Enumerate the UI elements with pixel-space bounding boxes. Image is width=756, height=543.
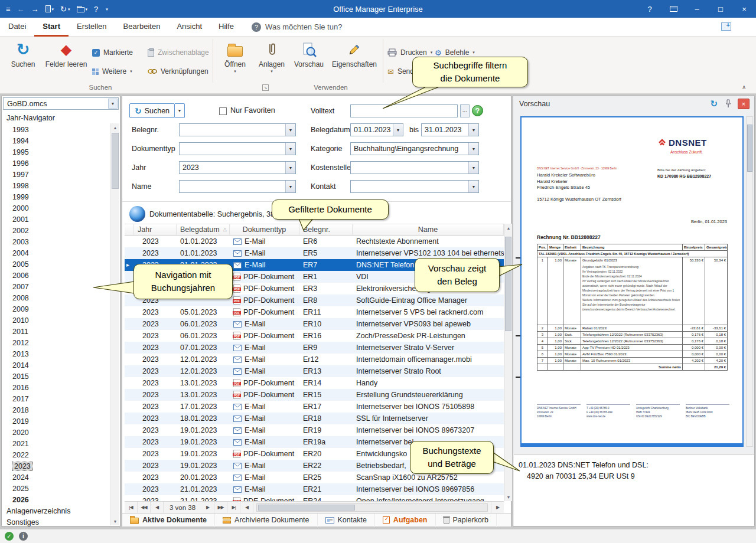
refresh-icon[interactable]: ↻▾: [60, 5, 70, 13]
preview-scrollbar[interactable]: [746, 116, 753, 447]
document-page[interactable]: DNSNET Anschluss Zukunft. DNS:NET Intern…: [520, 116, 744, 447]
scrollbar-thumb[interactable]: [747, 125, 752, 172]
new-document-icon[interactable]: ▾: [45, 5, 54, 12]
kostenstelle-combobox[interactable]: ▼: [350, 161, 479, 174]
nur-favoriten-checkbox[interactable]: [219, 107, 227, 115]
table-row[interactable]: 202321.01.2023PDF-DokumentER24Open Infra…: [125, 495, 504, 501]
year-item-2020[interactable]: 2020: [2, 427, 111, 439]
status-info-icon[interactable]: i: [19, 532, 28, 541]
year-item-2014[interactable]: 2014: [2, 360, 111, 371]
dokumenttyp-combobox[interactable]: ▼: [179, 142, 296, 155]
open-folder-icon[interactable]: ▾: [77, 6, 88, 12]
table-row[interactable]: 202301.01.2023E-MailER5Internetserver VP…: [125, 247, 504, 259]
form-suchen-button[interactable]: ↻ Suchen: [129, 103, 175, 118]
ribbon-eigenschaften-button[interactable]: Eigenschaften: [330, 39, 379, 80]
scroll-up-icon[interactable]: ▲: [504, 224, 513, 232]
table-row[interactable]: 202319.01.2023E-MailER19Internetserver b…: [125, 424, 504, 436]
year-item-1996[interactable]: 1996: [2, 158, 111, 169]
column-header-indicator[interactable]: [125, 224, 134, 235]
tab-archivierte-dokumente[interactable]: Archivierte Dokumente: [215, 513, 317, 527]
table-row[interactable]: 202301.01.2023E-MailER6Rechtstexte Abonn…: [125, 235, 504, 247]
year-item-2009[interactable]: 2009: [2, 304, 111, 315]
chevron-down-icon[interactable]: ▼: [393, 124, 403, 136]
ribbon-verknuepfungen-button[interactable]: Verknüpfungen: [148, 66, 208, 77]
table-row[interactable]: 202313.01.2023PDF-DokumentER14Handy: [125, 377, 504, 389]
sidebar-scrollbar[interactable]: ▲ ▼: [110, 123, 119, 525]
menu-tab-ansicht[interactable]: Ansicht: [168, 18, 210, 37]
kategorie-combobox[interactable]: Buchhaltung\Eingangsrechnung▼: [350, 142, 479, 155]
volltext-more-button[interactable]: ...: [460, 104, 470, 117]
table-row[interactable]: 202305.01.2023PDF-DokumentER11Internetse…: [125, 306, 504, 318]
remote-support-icon[interactable]: [721, 22, 731, 31]
column-header-belegdatum[interactable]: Belegdatum△: [177, 224, 230, 235]
year-item-2024[interactable]: 2024: [2, 472, 111, 483]
fulltext-help-icon[interactable]: ?: [472, 105, 483, 116]
form-suchen-dropdown[interactable]: ▼: [175, 103, 185, 118]
scrollbar-thumb[interactable]: [258, 505, 355, 511]
collapse-ribbon-icon[interactable]: ∧: [742, 84, 746, 90]
table-hscrollbar[interactable]: [256, 503, 488, 512]
year-item-2012[interactable]: 2012: [2, 338, 111, 349]
name-combobox[interactable]: ▼: [179, 180, 296, 193]
kontakt-combobox[interactable]: ▼: [350, 180, 479, 193]
pager-last-button[interactable]: ▶|: [227, 502, 240, 513]
scroll-down-icon[interactable]: ▼: [504, 493, 513, 501]
year-item-2023[interactable]: 2023: [2, 461, 111, 472]
scroll-down-icon[interactable]: ▼: [111, 517, 119, 525]
belegdatum-von-combobox[interactable]: 01.01.2023▼: [350, 123, 403, 136]
sidebar-item-sonstiges[interactable]: Sonstiges: [2, 517, 111, 528]
table-row[interactable]: 202318.01.2023E-MailER18SSL für Internet…: [125, 413, 504, 424]
menu-tab-start[interactable]: Start: [34, 18, 69, 37]
menu-icon[interactable]: ≡: [6, 5, 11, 13]
chevron-down-icon[interactable]: ▼: [468, 162, 478, 174]
ribbon-markierte-button[interactable]: ✓ Markierte: [92, 47, 133, 58]
year-item-2013[interactable]: 2013: [2, 349, 111, 360]
year-item-2022[interactable]: 2022: [2, 450, 111, 461]
year-item-2004[interactable]: 2004: [2, 248, 111, 259]
scrollbar-thumb[interactable]: [112, 133, 119, 189]
scrollbar-thumb[interactable]: [505, 237, 511, 331]
ribbon-felder-leeren-button[interactable]: ◆ Felder leeren: [43, 39, 90, 80]
year-item-1998[interactable]: 1998: [2, 181, 111, 192]
year-item-2002[interactable]: 2002: [2, 225, 111, 237]
scroll-up-icon[interactable]: ▲: [111, 123, 119, 132]
table-row[interactable]: 202317.01.2023E-MailER17Internetserver b…: [125, 401, 504, 413]
chevron-down-icon[interactable]: ▼: [285, 181, 295, 192]
pager-first-button[interactable]: |◀: [125, 502, 138, 513]
menu-tab-hilfe[interactable]: Hilfe: [210, 18, 242, 37]
column-header-dokumenttyp[interactable]: Dokumenttyp: [230, 224, 299, 235]
forward-icon[interactable]: →: [31, 5, 39, 13]
chevron-down-icon[interactable]: ▼: [468, 181, 478, 192]
preview-close-button[interactable]: ×: [738, 99, 750, 109]
ribbon-anlagen-button[interactable]: Anlagen ▾: [256, 39, 287, 80]
ribbon-suchen-button[interactable]: ↻ Suchen: [6, 39, 40, 80]
sidebar-item-anlagenverzeichnis[interactable]: Anlagenverzeichnis: [2, 506, 111, 517]
tab-kontakte[interactable]: Kontakte: [318, 513, 375, 527]
jahr-combobox[interactable]: 2023▼: [179, 161, 296, 174]
tab-papierkorb[interactable]: Papierkorb: [436, 513, 497, 527]
year-item-2019[interactable]: 2019: [2, 416, 111, 427]
belegdatum-bis-combobox[interactable]: 31.01.2023▼: [421, 123, 479, 136]
profile-combobox[interactable]: GoBD.omcs ▼: [3, 97, 119, 110]
chevron-down-icon[interactable]: ▼: [108, 99, 118, 109]
pager-prev-button[interactable]: ◀: [151, 502, 164, 513]
pager-next-button[interactable]: ▶: [201, 502, 214, 513]
minimize-button[interactable]: –: [685, 0, 709, 18]
year-item-1994[interactable]: 1994: [2, 136, 111, 147]
menu-tab-datei[interactable]: Datei: [0, 18, 34, 37]
year-item-2005[interactable]: 2005: [2, 259, 111, 270]
column-header-jahr[interactable]: Jahr: [134, 224, 177, 235]
year-item-2015[interactable]: 2015: [2, 371, 111, 382]
help-icon[interactable]: ?: [94, 5, 98, 13]
year-item-2001[interactable]: 2001: [2, 214, 111, 225]
table-row[interactable]: 202306.01.2023PDF-DokumentER16Zoch/Press…: [125, 330, 504, 342]
ribbon-weitere-button[interactable]: Weitere▾: [92, 66, 132, 77]
column-header-name[interactable]: Name: [353, 224, 504, 235]
chevron-down-icon[interactable]: ▼: [285, 124, 295, 136]
dialog-launcher-icon[interactable]: ↘: [262, 84, 269, 91]
ribbon-zwischenablage-button[interactable]: Zwischenablage: [148, 47, 209, 58]
year-item-1993[interactable]: 1993: [2, 125, 111, 136]
menu-tab-erstellen[interactable]: Erstellen: [69, 18, 115, 37]
tell-me-box[interactable]: ? Was möchten Sie tun?: [252, 22, 342, 32]
year-item-2017[interactable]: 2017: [2, 394, 111, 405]
